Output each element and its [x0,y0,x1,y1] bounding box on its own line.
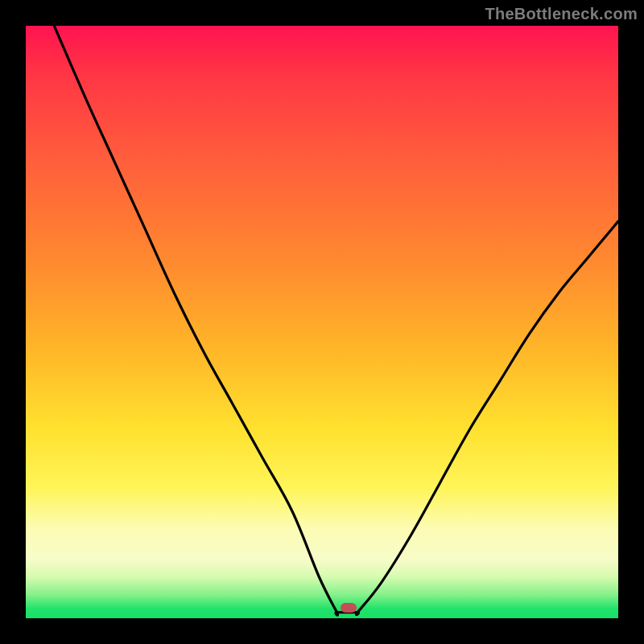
chart-frame: TheBottleneck.com [0,0,644,644]
watermark-text: TheBottleneck.com [485,5,638,23]
bottleneck-curve [26,26,618,618]
minimum-marker [341,603,357,613]
plot-area [26,26,618,618]
